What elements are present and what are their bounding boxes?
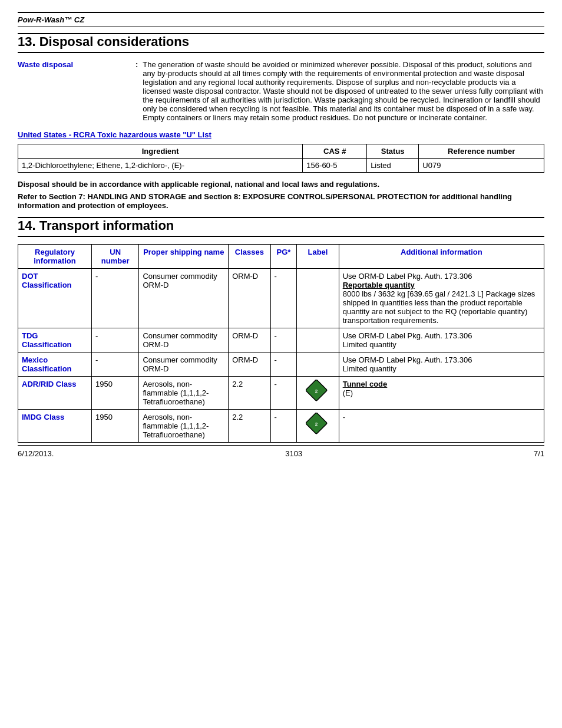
col-cas: CAS # [303, 144, 367, 159]
regulatory-cell: ADR/RID Class [18, 377, 92, 410]
transport-row: TDG Classification-Consumer commodity OR… [18, 328, 544, 353]
tunnel-code-label: Tunnel code [343, 380, 388, 388]
status-cell: Listed [367, 159, 419, 173]
un-cell: - [92, 269, 139, 328]
classes-cell: 2.2 [229, 410, 270, 443]
waste-disposal-label: Waste disposal [18, 60, 135, 122]
additional-cell: - [339, 410, 544, 443]
un-cell: - [92, 328, 139, 353]
pg-cell: - [270, 353, 297, 377]
footer-page: 3103 [285, 449, 302, 458]
classes-cell: ORM-D [229, 353, 270, 377]
regulatory-cell: IMDG Class [18, 410, 92, 443]
th-pg: PG* [270, 245, 297, 269]
reportable-quantity-label: Reportable quantity [343, 281, 415, 289]
additional-cell: Use ORM-D Label Pkg. Auth. 173.306Report… [339, 269, 544, 328]
pg-cell: - [270, 410, 297, 443]
product-header: Pow-R-Wash™ CZ [18, 12, 544, 27]
label-cell: 2 [297, 410, 339, 443]
additional-cell: Use ORM-D Label Pkg. Auth. 173.306Limite… [339, 353, 544, 377]
transport-row: ADR/RID Class1950Aerosols, non-flammable… [18, 377, 544, 410]
hazardous-waste-table: Ingredient CAS # Status Reference number… [18, 144, 544, 173]
cas-cell: 156-60-5 [303, 159, 367, 173]
proper-shipping-cell: Consumer commodity ORM-D [139, 328, 229, 353]
regulatory-cell: Mexico Classification [18, 353, 92, 377]
ingredient-cell: 1,2-Dichloroethylene; Ethene, 1,2-dichlo… [18, 159, 303, 173]
th-regulatory: Regulatory information [18, 245, 92, 269]
col-status: Status [367, 144, 419, 159]
th-label: Label [297, 245, 339, 269]
transport-row: DOT Classification-Consumer commodity OR… [18, 269, 544, 328]
label-cell: 2 [297, 377, 339, 410]
regulatory-cell: TDG Classification [18, 328, 92, 353]
waste-disposal-text: The generation of waste should be avoide… [143, 60, 544, 122]
svg-text:2: 2 [315, 388, 318, 394]
th-additional: Additional information [339, 245, 544, 269]
col-reference: Reference number [419, 144, 544, 159]
footer: 6/12/2013. 3103 7/1 [18, 445, 544, 458]
footer-pagenum: 7/1 [534, 449, 544, 458]
diamond-label-icon: 2 [300, 380, 335, 403]
pg-cell: - [270, 328, 297, 353]
footer-date: 6/12/2013. [18, 449, 54, 458]
th-un: UN number [92, 245, 139, 269]
section14-title: 14. Transport information [18, 217, 544, 237]
classes-cell: ORM-D [229, 269, 270, 328]
additional-cell: Tunnel code(E) [339, 377, 544, 410]
transport-table: Regulatory information UN number Proper … [18, 244, 544, 443]
svg-text:2: 2 [315, 421, 318, 427]
regulatory-cell: DOT Classification [18, 269, 92, 328]
diamond-label-icon: 2 [300, 413, 335, 436]
disposal-note2: Refer to Section 7: HANDLING AND STORAGE… [18, 192, 544, 210]
pg-cell: - [270, 377, 297, 410]
pg-cell: - [270, 269, 297, 328]
disposal-note1: Disposal should be in accordance with ap… [18, 180, 544, 189]
diamond-svg: 2 [306, 380, 329, 403]
section13-title: 13. Disposal considerations [18, 33, 544, 53]
label-cell [297, 353, 339, 377]
un-cell: - [92, 353, 139, 377]
proper-shipping-cell: Consumer commodity ORM-D [139, 269, 229, 328]
rcra-link[interactable]: United States - RCRA Toxic hazardous was… [18, 130, 211, 139]
classes-cell: ORM-D [229, 328, 270, 353]
reference-cell: U079 [419, 159, 544, 173]
un-cell: 1950 [92, 377, 139, 410]
product-name: Pow-R-Wash™ CZ [18, 15, 84, 24]
th-proper: Proper shipping name [139, 245, 229, 269]
diamond-svg: 2 [306, 413, 329, 436]
table-row: 1,2-Dichloroethylene; Ethene, 1,2-dichlo… [18, 159, 544, 173]
transport-row: IMDG Class1950Aerosols, non-flammable (1… [18, 410, 544, 443]
proper-shipping-cell: Consumer commodity ORM-D [139, 353, 229, 377]
proper-shipping-cell: Aerosols, non-flammable (1,1,1,2-Tetrafl… [139, 410, 229, 443]
col-ingredient: Ingredient [18, 144, 303, 159]
waste-disposal-colon: : [135, 60, 138, 122]
label-cell [297, 328, 339, 353]
waste-disposal-row: Waste disposal : The generation of waste… [18, 60, 544, 122]
proper-shipping-cell: Aerosols, non-flammable (1,1,1,2-Tetrafl… [139, 377, 229, 410]
classes-cell: 2.2 [229, 377, 270, 410]
th-classes: Classes [229, 245, 270, 269]
transport-row: Mexico Classification-Consumer commodity… [18, 353, 544, 377]
additional-cell: Use ORM-D Label Pkg. Auth. 173.306Limite… [339, 328, 544, 353]
label-cell [297, 269, 339, 328]
un-cell: 1950 [92, 410, 139, 443]
